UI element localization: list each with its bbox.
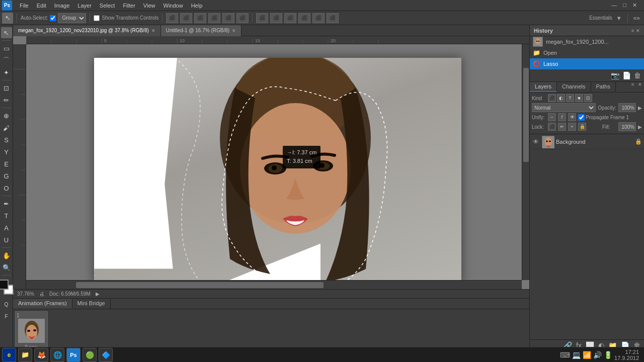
menu-image[interactable]: Image bbox=[51, 2, 73, 10]
brush-tool[interactable]: 🖌 bbox=[1, 122, 12, 133]
distribute1-btn[interactable]: ⬛ bbox=[256, 13, 268, 23]
marquee-tool[interactable]: ▭ bbox=[1, 43, 12, 54]
tab-mini-bridge[interactable]: Mini Bridge bbox=[72, 299, 111, 309]
unify-style-btn[interactable]: f bbox=[558, 113, 566, 121]
path-select-tool[interactable]: A bbox=[1, 222, 12, 233]
close-btn[interactable]: ✕ bbox=[630, 2, 639, 9]
tab-paths[interactable]: Paths bbox=[591, 82, 616, 92]
layer-kind-pixel-btn[interactable]: ⬛ bbox=[548, 94, 556, 102]
taskbar-ie[interactable]: e bbox=[2, 348, 16, 362]
shape-tool[interactable]: U bbox=[1, 234, 12, 245]
unify-pos-btn[interactable]: ↔ bbox=[548, 113, 556, 121]
maximize-btn[interactable]: □ bbox=[621, 2, 628, 9]
status-arrow[interactable]: ▶ bbox=[96, 291, 100, 297]
history-new-doc-btn[interactable]: 📄 bbox=[622, 71, 631, 79]
fill-arrow[interactable]: ▶ bbox=[638, 124, 642, 130]
align-center-btn[interactable]: ⬛ bbox=[180, 13, 192, 23]
history-brush-tool[interactable]: Y bbox=[1, 146, 12, 157]
frame-1[interactable]: 1 0 sec. bbox=[15, 311, 48, 351]
layers-panel-menu[interactable]: ≡ bbox=[629, 82, 636, 92]
layer-eye-background[interactable]: 👁 bbox=[532, 138, 540, 145]
taskbar-firefox[interactable]: 🦊 bbox=[34, 348, 48, 362]
quick-mask-btn[interactable]: Q bbox=[1, 299, 12, 310]
align-bottom-btn[interactable]: ⬛ bbox=[236, 13, 249, 23]
opacity-input[interactable] bbox=[618, 103, 636, 112]
foreground-color-swatch[interactable] bbox=[0, 280, 9, 290]
group-select[interactable]: Group bbox=[58, 13, 86, 23]
scrollbar-thumb-h[interactable] bbox=[76, 282, 324, 288]
history-delete-btn[interactable]: 🗑 bbox=[634, 71, 641, 79]
tab-channels[interactable]: Channels bbox=[557, 82, 591, 92]
menu-file[interactable]: File bbox=[16, 2, 32, 10]
tab-untitled[interactable]: Untitled-1 @ 16.7% (RGB/8) ✕ bbox=[161, 25, 242, 36]
magic-wand-tool[interactable]: ✦ bbox=[1, 67, 12, 78]
lock-lock-btn[interactable]: 🔒 bbox=[578, 123, 586, 131]
blend-mode-select[interactable]: Normal bbox=[532, 103, 596, 112]
history-item-0[interactable]: megan_fox_1920_1200... bbox=[530, 36, 644, 47]
menu-window[interactable]: Window bbox=[160, 2, 187, 10]
minimize-btn[interactable]: — bbox=[609, 2, 619, 9]
lock-all-btn[interactable]: + bbox=[568, 123, 576, 131]
essentials-dropdown[interactable]: ▼ bbox=[614, 15, 624, 21]
taskbar-app2[interactable]: 🔷 bbox=[99, 348, 113, 362]
history-snapshot-btn[interactable]: 📷 bbox=[611, 71, 619, 79]
history-panel-header[interactable]: History ≡ ✕ bbox=[530, 25, 644, 36]
distribute3-btn[interactable]: ⬛ bbox=[284, 13, 296, 23]
tab-megan-fox-close[interactable]: ✕ bbox=[151, 28, 155, 33]
canvas-document[interactable]: →I: 7.37 cm T: 3.81 cm bbox=[94, 58, 461, 284]
hand-tool[interactable]: ✋ bbox=[1, 250, 12, 261]
distribute6-btn[interactable]: ⬛ bbox=[327, 13, 339, 23]
show-transform-checkbox[interactable] bbox=[94, 15, 100, 21]
screen-mode-btn[interactable]: F bbox=[1, 311, 12, 322]
crop-tool[interactable]: ⊡ bbox=[1, 82, 12, 94]
move-tool-btn[interactable]: ↖ bbox=[2, 13, 13, 24]
layer-kind-adj-btn[interactable]: ◐ bbox=[557, 94, 565, 102]
distribute4-btn[interactable]: ⬛ bbox=[298, 13, 310, 23]
taskbar-photoshop[interactable]: Ps bbox=[66, 348, 80, 362]
spot-heal-tool[interactable]: ⊕ bbox=[1, 110, 12, 121]
lock-position-btn[interactable]: ✏ bbox=[558, 123, 566, 131]
scrollbar-thumb-v[interactable] bbox=[523, 68, 529, 162]
distribute5-btn[interactable]: ⬛ bbox=[312, 13, 325, 23]
tab-megan-fox[interactable]: megan_fox_1920_1200_nov232010.jpg @ 37.8… bbox=[13, 25, 161, 36]
layer-kind-smart-btn[interactable]: ⊡ bbox=[584, 94, 592, 102]
history-panel-menu[interactable]: ≡ bbox=[631, 28, 634, 33]
menu-view[interactable]: View bbox=[140, 2, 159, 10]
clone-stamp-tool[interactable]: S bbox=[1, 134, 12, 145]
auto-select-checkbox[interactable] bbox=[50, 15, 56, 21]
panel-toggle-btn[interactable]: «» bbox=[631, 15, 642, 22]
pen-tool[interactable]: ✒ bbox=[1, 198, 12, 209]
menu-select[interactable]: Select bbox=[96, 2, 119, 10]
menu-filter[interactable]: Filter bbox=[119, 2, 138, 10]
tab-layers[interactable]: Layers bbox=[530, 82, 557, 92]
align-right-btn[interactable]: ⬛ bbox=[194, 13, 206, 23]
tab-animation[interactable]: Animation (Frames) bbox=[13, 299, 72, 309]
layer-kind-shape-btn[interactable]: ■ bbox=[575, 94, 583, 102]
align-top-btn[interactable]: ⬛ bbox=[208, 13, 220, 23]
menu-help[interactable]: Help bbox=[188, 2, 206, 10]
gradient-tool[interactable]: G bbox=[1, 170, 12, 182]
scrollbar-vertical[interactable] bbox=[522, 44, 529, 280]
layer-kind-type-btn[interactable]: T bbox=[566, 94, 574, 102]
taskbar-app1[interactable]: 🟢 bbox=[83, 348, 97, 362]
fill-input[interactable] bbox=[618, 122, 636, 131]
eraser-tool[interactable]: E bbox=[1, 158, 12, 169]
opacity-arrow[interactable]: ▶ bbox=[638, 105, 642, 111]
propagate-checkbox[interactable] bbox=[578, 114, 585, 121]
move-tool[interactable]: ↖ bbox=[1, 27, 12, 38]
zoom-tool[interactable]: 🔍 bbox=[1, 262, 12, 273]
lock-pixels-btn[interactable]: ⬛ bbox=[548, 123, 556, 131]
history-item-2[interactable]: ⭕ Lasso bbox=[530, 58, 644, 69]
align-middle-btn[interactable]: ⬛ bbox=[222, 13, 234, 23]
unify-vis-btn[interactable]: 👁 bbox=[568, 113, 576, 121]
history-panel-close[interactable]: ✕ bbox=[636, 28, 640, 33]
menu-layer[interactable]: Layer bbox=[74, 2, 95, 10]
history-item-1[interactable]: 📁 Open bbox=[530, 47, 644, 58]
tab-untitled-close[interactable]: ✕ bbox=[232, 28, 236, 33]
layer-background[interactable]: 👁 Background 🔒 bbox=[530, 134, 644, 149]
canvas-viewport[interactable]: 5 10 15 20 bbox=[13, 36, 529, 289]
align-left-btn[interactable]: ⬛ bbox=[166, 13, 178, 23]
type-tool[interactable]: T bbox=[1, 210, 12, 221]
eyedropper-tool[interactable]: ✏ bbox=[1, 95, 12, 106]
menu-edit[interactable]: Edit bbox=[33, 2, 50, 10]
